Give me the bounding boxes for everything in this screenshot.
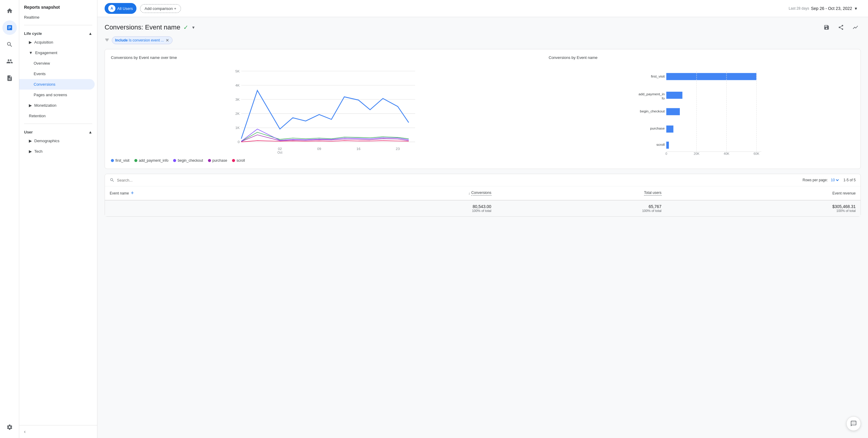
filter-bar: Include Is conversion event ... ✕ bbox=[104, 36, 861, 44]
col-conversions: ↓ Conversions bbox=[304, 186, 496, 200]
sidebar-item-demographics[interactable]: ▶ Demographics bbox=[19, 135, 95, 146]
add-comparison-button[interactable]: Add comparison + bbox=[140, 4, 181, 13]
collapse-icon[interactable]: ‹ bbox=[24, 429, 26, 434]
sort-arrow-icon: ↓ bbox=[468, 191, 470, 195]
sidebar-item-conversions[interactable]: Conversions bbox=[19, 79, 95, 90]
chevron-up-icon: ▲ bbox=[88, 31, 92, 36]
plus-icon: + bbox=[174, 6, 177, 11]
svg-text:16: 16 bbox=[356, 147, 361, 151]
col-event-name: Event name + bbox=[105, 186, 304, 200]
sidebar: Reports snapshot Realtime Life cycle ▲ ▶… bbox=[19, 0, 97, 438]
sidebar-item-engagement[interactable]: ▼ Engagement bbox=[19, 48, 95, 58]
svg-rect-18 bbox=[666, 73, 756, 80]
sidebar-item-tech[interactable]: ▶ Tech bbox=[19, 146, 95, 157]
bar-chart-title: Conversions by Event name bbox=[549, 55, 855, 60]
page-title: Conversions: Event name bbox=[104, 24, 180, 31]
sidebar-item-overview[interactable]: Overview bbox=[19, 58, 95, 68]
sidebar-section-user[interactable]: User ▲ bbox=[19, 126, 97, 135]
total-revenue: $305,468.31 100% of total bbox=[666, 200, 861, 216]
icon-bar-bottom bbox=[2, 420, 17, 434]
sidebar-section-lifecycle[interactable]: Life cycle ▲ bbox=[19, 28, 97, 37]
avatar: A bbox=[108, 5, 116, 12]
filter-close-icon[interactable]: ✕ bbox=[165, 38, 169, 43]
svg-text:begin_checkout: begin_checkout bbox=[640, 109, 665, 113]
legend-dot-add-payment bbox=[134, 159, 137, 162]
legend-dot-scroll bbox=[232, 159, 235, 162]
home-nav-icon[interactable] bbox=[2, 4, 17, 18]
sidebar-bottom: ‹ bbox=[19, 425, 97, 438]
svg-rect-25 bbox=[666, 126, 673, 133]
chat-bubble-button[interactable] bbox=[846, 416, 861, 431]
sidebar-item-monetization[interactable]: ▶ Monetization bbox=[19, 100, 95, 111]
svg-text:23: 23 bbox=[396, 147, 400, 151]
page-title-row: Conversions: Event name ✓ ▼ bbox=[104, 24, 195, 31]
charts-container: Conversions by Event name over time 5K bbox=[104, 49, 861, 169]
search-nav-icon[interactable] bbox=[2, 37, 17, 52]
svg-text:0: 0 bbox=[665, 152, 667, 155]
sidebar-item-realtime[interactable]: Realtime bbox=[19, 12, 95, 23]
table-pagination: Rows per page: 10 25 50 1-5 of 5 bbox=[803, 178, 856, 183]
save-report-icon[interactable] bbox=[821, 22, 832, 33]
legend-dot-first-visit bbox=[111, 159, 114, 162]
topbar: A All Users Add comparison + Last 28 day… bbox=[97, 0, 868, 17]
svg-text:add_payment_in: add_payment_in bbox=[639, 92, 664, 96]
sidebar-item-events[interactable]: Events bbox=[19, 68, 95, 79]
sidebar-title: Reports snapshot bbox=[19, 0, 97, 12]
total-label bbox=[105, 200, 304, 216]
page-header: Conversions: Event name ✓ ▼ bbox=[104, 22, 861, 33]
topbar-left: A All Users Add comparison + bbox=[104, 3, 181, 14]
total-users: 65,767 100% of total bbox=[496, 200, 666, 216]
table-header-row: Event name + ↓ Conversions bbox=[105, 186, 861, 200]
svg-text:09: 09 bbox=[317, 147, 321, 151]
date-range-picker[interactable]: Last 28 days Sep 26 - Oct 23, 2022 ▼ bbox=[786, 4, 861, 12]
main-content: A All Users Add comparison + Last 28 day… bbox=[97, 0, 868, 438]
svg-text:60K: 60K bbox=[753, 152, 760, 155]
legend-add-payment: add_payment_info bbox=[134, 158, 168, 163]
svg-text:fo: fo bbox=[661, 96, 664, 100]
chart-type-icon[interactable] bbox=[850, 22, 861, 33]
search-input[interactable] bbox=[117, 178, 177, 183]
sidebar-item-retention[interactable]: Retention bbox=[19, 111, 95, 121]
legend-dot-begin-checkout bbox=[173, 159, 176, 162]
svg-text:3K: 3K bbox=[235, 97, 240, 101]
svg-rect-21 bbox=[666, 92, 682, 99]
chevron-down-icon: ▼ bbox=[854, 6, 858, 11]
share-icon[interactable] bbox=[836, 22, 846, 33]
title-dropdown-icon[interactable]: ▼ bbox=[191, 25, 195, 30]
sidebar-item-pages[interactable]: Pages and screens bbox=[19, 90, 95, 100]
filter-chip[interactable]: Include Is conversion event ... ✕ bbox=[112, 36, 173, 44]
sidebar-divider-1 bbox=[24, 25, 92, 25]
arrow-right-icon-3: ▶ bbox=[29, 138, 32, 143]
rows-per-page-select[interactable]: 10 25 50 bbox=[830, 178, 840, 183]
col-total-users: Total users bbox=[496, 186, 666, 200]
reports-nav-icon[interactable] bbox=[2, 71, 17, 85]
user-chip[interactable]: A All Users bbox=[104, 3, 136, 14]
filter-icon bbox=[104, 38, 110, 43]
data-table: Event name + ↓ Conversions bbox=[105, 186, 861, 216]
line-chart: 5K 4K 3K 2K 1K 0 02 Oct 09 16 23 bbox=[111, 65, 539, 155]
legend-first-visit: first_visit bbox=[111, 158, 129, 163]
search-icon bbox=[110, 178, 115, 183]
search-box bbox=[110, 178, 177, 183]
line-chart-title: Conversions by Event name over time bbox=[111, 55, 539, 60]
check-icon: ✓ bbox=[183, 24, 188, 31]
chart-legend: first_visit add_payment_info begin_check… bbox=[111, 158, 539, 163]
arrow-right-icon-4: ▶ bbox=[29, 149, 32, 154]
settings-nav-icon[interactable] bbox=[2, 420, 17, 434]
sidebar-item-acquisition[interactable]: ▶ Acquisition bbox=[19, 37, 95, 48]
page-header-actions bbox=[821, 22, 861, 33]
arrow-right-icon-2: ▶ bbox=[29, 103, 32, 107]
svg-text:scroll: scroll bbox=[656, 143, 664, 147]
legend-scroll: scroll bbox=[232, 158, 245, 163]
svg-text:1K: 1K bbox=[235, 126, 240, 130]
audience-nav-icon[interactable] bbox=[2, 54, 17, 68]
table-totals-row: 80,543.00 100% of total 65,767 100% of t… bbox=[105, 200, 861, 216]
filter-chip-text: Include Is conversion event ... bbox=[115, 38, 164, 42]
svg-text:40K: 40K bbox=[723, 152, 730, 155]
add-column-button[interactable]: + bbox=[131, 190, 134, 196]
topbar-right: Last 28 days Sep 26 - Oct 23, 2022 ▼ bbox=[786, 4, 861, 12]
analytics-nav-icon[interactable] bbox=[2, 21, 17, 35]
svg-text:0: 0 bbox=[238, 140, 240, 144]
bar-chart: first_visit add_payment_in fo begin_chec… bbox=[549, 65, 855, 155]
legend-purchase: purchase bbox=[208, 158, 227, 163]
